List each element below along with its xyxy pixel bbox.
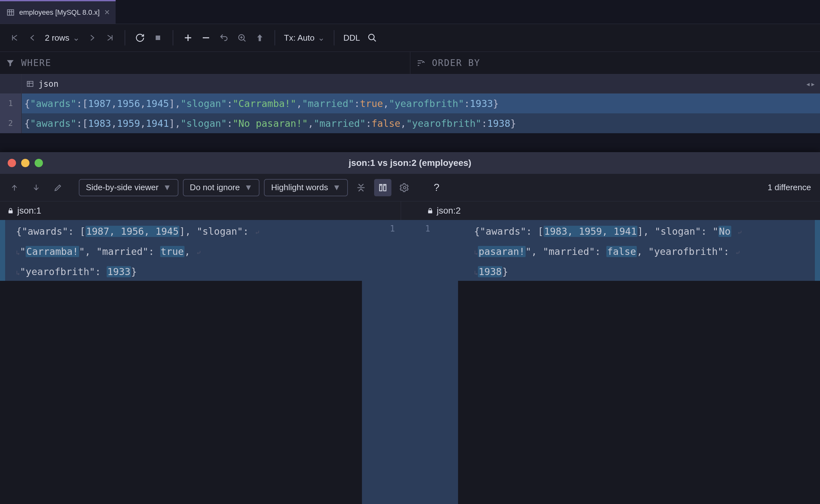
diff-left-pane[interactable]: {"awards": [1987, 1956, 1945], "slogan":… (0, 220, 362, 504)
gutter-line-right: 1 (425, 224, 430, 233)
svg-line-15 (373, 39, 376, 42)
row-number: 2 (0, 113, 22, 133)
ddl-button[interactable]: DDL (340, 33, 363, 43)
filter-row: WHERE ORDER BY (0, 52, 820, 74)
chevron-down-icon: ⌄ (73, 33, 80, 43)
row-gutter-header (0, 74, 22, 93)
diff-body: {"awards": [1987, 1956, 1945], "slogan":… (0, 220, 820, 504)
viewer-mode-label: Side-by-side viewer (86, 183, 158, 192)
revert-button[interactable] (215, 29, 233, 47)
separator (173, 30, 173, 45)
data-toolbar: 2 rows ⌄ Tx: Auto ⌄ DDL (0, 24, 820, 52)
ddl-label: DDL (343, 33, 360, 43)
order-by-filter[interactable]: ORDER BY (410, 52, 820, 74)
data-rows: 1 {"awards": [1987, 1956, 1945], "slogan… (0, 93, 820, 133)
next-row-button[interactable] (83, 29, 101, 47)
diff-title: json:1 vs json:2 (employees) (0, 158, 820, 168)
column-name: json (38, 79, 59, 89)
search-button[interactable] (363, 29, 381, 47)
table-icon (26, 80, 34, 88)
first-row-button[interactable] (6, 29, 24, 47)
lock-icon (7, 207, 14, 214)
where-filter[interactable]: WHERE (0, 52, 410, 74)
close-icon[interactable]: ✕ (104, 8, 110, 17)
submit-button[interactable] (251, 29, 269, 47)
svg-rect-6 (156, 36, 160, 40)
svg-rect-0 (7, 10, 14, 15)
cell-json[interactable]: {"awards": [1983, 1959, 1941], "slogan":… (22, 113, 820, 133)
sync-scroll-button[interactable] (374, 179, 391, 196)
separator (274, 30, 275, 45)
ignore-mode-dropdown[interactable]: Do not ignore ▼ (183, 179, 260, 196)
refresh-button[interactable] (131, 29, 149, 47)
prev-diff-button[interactable] (6, 179, 23, 196)
preview-pending-button[interactable] (233, 29, 251, 47)
left-file-name: json:1 (17, 206, 41, 216)
tx-mode-dropdown[interactable]: Tx: Auto ⌄ (281, 33, 328, 43)
help-button[interactable]: ? (428, 179, 445, 196)
collapse-unchanged-button[interactable] (352, 179, 369, 196)
row-number: 1 (0, 93, 22, 113)
settings-button[interactable] (396, 179, 413, 196)
svg-rect-19 (27, 81, 33, 86)
highlight-mode-dropdown[interactable]: Highlight words ▼ (264, 179, 347, 196)
tab-bar: employees [MySQL 8.0.x] ✕ (0, 0, 820, 24)
edit-button[interactable] (49, 179, 67, 196)
svg-line-11 (243, 39, 245, 41)
lock-icon (427, 207, 434, 214)
separator (125, 30, 125, 45)
svg-rect-28 (9, 210, 13, 213)
svg-rect-29 (428, 210, 432, 213)
diff-file-labels: json:1 json:2 (0, 201, 820, 220)
svg-point-27 (403, 186, 406, 189)
table-icon (6, 8, 15, 17)
sort-icon (416, 58, 426, 68)
prev-row-button[interactable] (24, 29, 42, 47)
diff-gutter: 1 1 (362, 220, 458, 504)
left-file-label: json:1 (0, 201, 401, 220)
diff-toolbar: Side-by-side viewer ▼ Do not ignore ▼ Hi… (0, 174, 820, 201)
stop-button[interactable] (149, 29, 167, 47)
separator (334, 30, 334, 45)
ignore-mode-label: Do not ignore (190, 183, 240, 192)
cell-json[interactable]: {"awards": [1987, 1956, 1945], "slogan":… (22, 93, 820, 113)
funnel-icon (6, 59, 15, 68)
right-file-label: json:2 (401, 201, 820, 220)
sort-indicator-icon[interactable]: ◂▸ (806, 79, 816, 89)
highlight-mode-label: Highlight words (271, 183, 328, 192)
table-row[interactable]: 1 {"awards": [1987, 1956, 1945], "slogan… (0, 93, 820, 113)
column-header: json ◂▸ (0, 74, 820, 93)
diff-count: 1 difference (768, 183, 814, 192)
diff-titlebar[interactable]: json:1 vs json:2 (employees) (0, 152, 820, 174)
tab-title: employees [MySQL 8.0.x] (19, 8, 100, 17)
remove-row-button[interactable] (197, 29, 215, 47)
add-row-button[interactable] (179, 29, 197, 47)
tab-employees[interactable]: employees [MySQL 8.0.x] ✕ (0, 0, 116, 24)
table-row[interactable]: 2 {"awards": [1983, 1959, 1941], "slogan… (0, 113, 820, 133)
chevron-down-icon: ▼ (163, 183, 171, 192)
column-json[interactable]: json ◂▸ (22, 74, 820, 93)
svg-point-14 (369, 34, 374, 40)
chevron-down-icon: ⌄ (318, 33, 325, 43)
diff-window: json:1 vs json:2 (employees) Side-by-sid… (0, 152, 820, 504)
rows-count-label: 2 rows (45, 33, 69, 43)
where-label: WHERE (21, 58, 51, 68)
diff-right-pane[interactable]: {"awards": [1983, 1959, 1941], "slogan":… (458, 220, 820, 504)
gutter-line-left: 1 (390, 224, 395, 233)
chevron-down-icon: ▼ (332, 183, 341, 192)
viewer-mode-dropdown[interactable]: Side-by-side viewer ▼ (79, 179, 178, 196)
chevron-down-icon: ▼ (244, 183, 253, 192)
last-row-button[interactable] (101, 29, 119, 47)
rows-count-dropdown[interactable]: 2 rows ⌄ (42, 33, 83, 43)
order-by-label: ORDER BY (432, 58, 481, 68)
right-file-name: json:2 (437, 206, 461, 216)
tx-mode-label: Tx: Auto (284, 33, 314, 43)
next-diff-button[interactable] (28, 179, 45, 196)
